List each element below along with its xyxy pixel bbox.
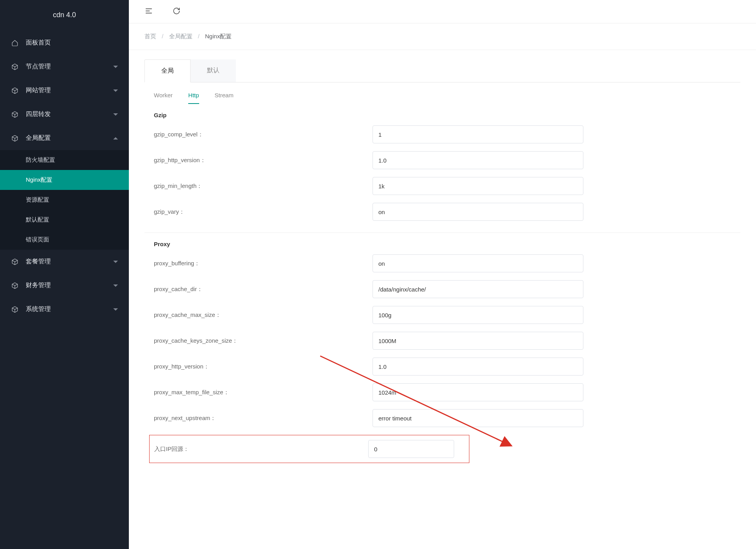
form-row: proxy_next_upstream： — [154, 409, 731, 427]
form-row: proxy_cache_keys_zone_size： — [154, 332, 731, 350]
form-label: proxy_max_temp_file_size： — [154, 389, 373, 396]
sidebar: cdn 4.0 面板首页 节点管理 网站管理 四层转发 — [0, 0, 129, 549]
topbar — [129, 0, 756, 23]
sidebar-item-finance[interactable]: 财务管理 — [0, 274, 129, 297]
form-label: gzip_min_length： — [154, 182, 373, 190]
home-icon — [11, 39, 19, 47]
form-label: proxy_cache_max_size： — [154, 311, 373, 319]
sidebar-item-label: 网站管理 — [26, 86, 113, 95]
form-label: proxy_next_upstream： — [154, 415, 373, 422]
form-row: gzip_min_length： — [154, 177, 731, 195]
sidebar-item-label: 系统管理 — [26, 305, 113, 313]
sidebar-item-site[interactable]: 网站管理 — [0, 79, 129, 102]
breadcrumb: 首页 / 全局配置 / Nginx配置 — [129, 23, 756, 50]
content: 全局 默认 Worker Http Stream Gzip gzip_comp_… — [129, 50, 756, 484]
sidebar-item-label: 套餐管理 — [26, 258, 113, 266]
sidebar-item-system[interactable]: 系统管理 — [0, 297, 129, 321]
cube-icon — [11, 63, 19, 71]
form-label: proxy_cache_dir： — [154, 286, 373, 293]
chevron-down-icon — [113, 261, 118, 263]
chevron-down-icon — [113, 113, 118, 116]
tab-worker[interactable]: Worker — [154, 92, 173, 104]
proxy-http-version-input[interactable] — [373, 358, 583, 376]
tab-default[interactable]: 默认 — [191, 59, 236, 82]
main: 首页 / 全局配置 / Nginx配置 全局 默认 Worker Http St… — [129, 0, 756, 549]
tabs-secondary: Worker Http Stream — [144, 82, 740, 104]
sidebar-sub-firewall[interactable]: 防火墙配置 — [0, 150, 129, 170]
cube-icon — [11, 111, 19, 118]
sidebar-submenu-global: 防火墙配置 Nginx配置 资源配置 默认配置 错误页面 — [0, 150, 129, 250]
section-title: Gzip — [154, 112, 731, 118]
form-row: gzip_comp_level： — [154, 125, 731, 143]
form-label: proxy_cache_keys_zone_size： — [154, 337, 373, 345]
form-row: proxy_http_version： — [154, 358, 731, 376]
config-card: 全局 默认 Worker Http Stream Gzip gzip_comp_… — [144, 59, 740, 475]
sidebar-sub-nginx[interactable]: Nginx配置 — [0, 170, 129, 190]
sidebar-item-label: 节点管理 — [26, 63, 113, 71]
form-label: proxy_http_version： — [154, 363, 373, 370]
form-label: gzip_vary： — [154, 208, 373, 216]
gzip-vary-input[interactable] — [373, 203, 583, 221]
sidebar-item-l4[interactable]: 四层转发 — [0, 102, 129, 126]
sidebar-sub-default[interactable]: 默认配置 — [0, 210, 129, 230]
form-label: gzip_comp_level： — [154, 131, 373, 138]
breadcrumb-item-current: Nginx配置 — [205, 33, 232, 39]
entry-ip-origin-input[interactable] — [368, 440, 454, 458]
section-title: Proxy — [154, 241, 731, 247]
sidebar-item-label: 财务管理 — [26, 281, 113, 290]
cube-icon — [11, 87, 19, 95]
tabs-primary: 全局 默认 — [144, 59, 740, 82]
sidebar-item-node[interactable]: 节点管理 — [0, 55, 129, 79]
section-gzip: Gzip gzip_comp_level： gzip_http_version：… — [144, 104, 740, 233]
breadcrumb-sep: / — [198, 33, 200, 39]
proxy-buffering-input[interactable] — [373, 254, 583, 272]
breadcrumb-sep: / — [162, 33, 163, 39]
cube-icon — [11, 134, 19, 142]
sidebar-item-label: 四层转发 — [26, 110, 113, 118]
breadcrumb-item[interactable]: 首页 — [144, 33, 156, 39]
chevron-down-icon — [113, 284, 118, 287]
section-proxy: Proxy proxy_buffering： proxy_cache_dir： … — [144, 233, 740, 475]
sidebar-item-label: 面板首页 — [26, 39, 118, 47]
chevron-down-icon — [113, 66, 118, 68]
sidebar-sub-resource[interactable]: 资源配置 — [0, 190, 129, 210]
chevron-down-icon — [113, 89, 118, 92]
app-title: cdn 4.0 — [0, 0, 129, 31]
breadcrumb-item[interactable]: 全局配置 — [169, 33, 193, 39]
sidebar-sub-error[interactable]: 错误页面 — [0, 230, 129, 250]
chevron-up-icon — [113, 137, 118, 139]
sidebar-item-global[interactable]: 全局配置 — [0, 126, 129, 150]
chevron-down-icon — [113, 308, 118, 311]
tab-global[interactable]: 全局 — [144, 59, 191, 82]
proxy-cache-max-size-input[interactable] — [373, 306, 583, 324]
gzip-comp-level-input[interactable] — [373, 125, 583, 143]
tab-http[interactable]: Http — [188, 92, 199, 104]
form-row: proxy_cache_dir： — [154, 280, 731, 298]
proxy-max-temp-file-size-input[interactable] — [373, 383, 583, 401]
sidebar-item-label: 全局配置 — [26, 134, 113, 142]
cube-icon — [11, 258, 19, 266]
refresh-button[interactable] — [173, 7, 180, 16]
form-row: gzip_http_version： — [154, 151, 731, 169]
form-row-highlight: 入口IP回源： — [149, 435, 469, 463]
sidebar-item-dashboard[interactable]: 面板首页 — [0, 31, 129, 55]
form-row: proxy_max_temp_file_size： — [154, 383, 731, 401]
gzip-http-version-input[interactable] — [373, 151, 583, 169]
proxy-cache-keys-zone-size-input[interactable] — [373, 332, 583, 350]
form-row: proxy_cache_max_size： — [154, 306, 731, 324]
cube-icon — [11, 306, 19, 313]
toggle-sidebar-button[interactable] — [144, 7, 153, 16]
form-label: 入口IP回源： — [154, 445, 368, 453]
form-label: gzip_http_version： — [154, 157, 373, 164]
sidebar-item-plan[interactable]: 套餐管理 — [0, 250, 129, 274]
proxy-cache-dir-input[interactable] — [373, 280, 583, 298]
cube-icon — [11, 282, 19, 290]
form-label: proxy_buffering： — [154, 260, 373, 267]
form-row: proxy_buffering： — [154, 254, 731, 272]
tab-stream[interactable]: Stream — [215, 92, 234, 104]
proxy-next-upstream-input[interactable] — [373, 409, 583, 427]
form-row: gzip_vary： — [154, 203, 731, 221]
gzip-min-length-input[interactable] — [373, 177, 583, 195]
